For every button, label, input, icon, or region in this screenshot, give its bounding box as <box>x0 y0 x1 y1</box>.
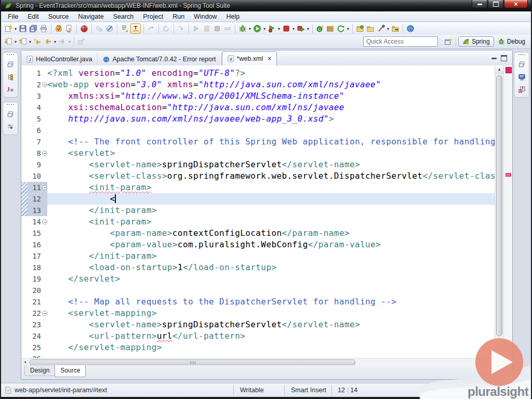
redo-icon[interactable] <box>162 24 171 33</box>
run-history-dropdown-icon[interactable]: ▾ <box>277 26 281 31</box>
forward-icon[interactable] <box>58 37 67 46</box>
fold-collapse-icon[interactable] <box>42 82 47 87</box>
build-jar-icon[interactable] <box>54 24 63 33</box>
open-perspective-icon[interactable] <box>444 37 453 46</box>
pullup-annotation-icon[interactable] <box>18 37 28 46</box>
terminate-icon[interactable] <box>212 24 222 33</box>
menu-help[interactable]: Help <box>222 12 245 21</box>
brush-icon[interactable] <box>376 24 385 33</box>
code-line-23[interactable]: 23 <servlet-name>springDispatcherServlet… <box>21 319 495 330</box>
error-overview-marker[interactable] <box>506 67 512 73</box>
code-line-26[interactable]: 26 <box>21 353 495 358</box>
code-line-22[interactable]: 22 <servlet-mapping> <box>21 308 495 319</box>
next-annotation-icon[interactable] <box>120 24 129 33</box>
last-edit-location-icon[interactable] <box>33 37 42 46</box>
code-line-5[interactable]: 5 http://java.sun.com/xml/ns/javaee/web-… <box>21 113 495 125</box>
run-dropdown-icon[interactable]: ▾ <box>262 26 267 31</box>
code-line-20[interactable]: 20 <box>21 285 495 296</box>
gears-icon[interactable] <box>95 24 104 33</box>
new-package-icon[interactable] <box>326 24 335 33</box>
menu-run[interactable]: Run <box>168 12 189 21</box>
code-line-12[interactable]: 12 < <box>21 193 495 205</box>
relaunch-icon[interactable] <box>296 24 305 33</box>
vertical-scroll-thumb[interactable] <box>496 75 502 336</box>
link-editor-icon[interactable] <box>77 37 86 46</box>
back-icon[interactable] <box>43 37 52 46</box>
web-browser-icon[interactable] <box>406 24 415 33</box>
menu-file[interactable]: File <box>3 12 23 21</box>
fold-collapse-icon[interactable] <box>42 219 47 224</box>
code-line-2[interactable]: 2<web-app version="3.0" xmlns="http://ja… <box>21 79 495 90</box>
disconnect-icon[interactable] <box>223 24 232 33</box>
back-dropdown-icon[interactable]: ▾ <box>53 39 57 44</box>
perspective-debug-button[interactable]: Debug <box>494 37 529 46</box>
menu-project[interactable]: Project <box>138 12 168 21</box>
error-line-marker[interactable] <box>506 173 511 177</box>
code-line-1[interactable]: 1<?xml version="1.0" encoding="UTF-8"?> <box>21 68 495 79</box>
drop-to-frame-icon[interactable] <box>177 24 186 33</box>
horizontal-scroll-thumb[interactable] <box>30 360 355 366</box>
fold-collapse-icon[interactable] <box>42 185 47 190</box>
refresh-dropdown-icon[interactable]: ▾ <box>346 26 350 31</box>
editor-maximize-icon[interactable] <box>501 55 507 61</box>
run-icon[interactable] <box>252 24 262 33</box>
horizontal-scrollbar[interactable]: ◂ <box>21 358 495 365</box>
code-viewport[interactable]: 1<?xml version="1.0" encoding="UTF-8"?>2… <box>21 65 495 358</box>
stop-icon[interactable] <box>282 24 291 33</box>
code-line-16[interactable]: 16 <param-value>com.pluralsight.WebConfi… <box>21 239 495 250</box>
menu-search[interactable]: Search <box>109 12 139 21</box>
overview-ruler[interactable] <box>503 65 512 358</box>
code-line-17[interactable]: 17 </init-param> <box>21 250 495 262</box>
code-line-24[interactable]: 24 <url-pattern>url</url-pattern> <box>21 330 495 342</box>
suspend-icon[interactable] <box>202 24 211 33</box>
run-history-icon[interactable] <box>267 24 276 33</box>
code-line-21[interactable]: 21 <!-- Map all requests to the Dispatch… <box>21 296 495 308</box>
new-dropdown-icon[interactable]: ▾ <box>14 26 18 31</box>
debug-icon[interactable] <box>238 24 247 33</box>
pulldown-annotation-icon[interactable] <box>4 37 13 46</box>
restore-views-icon-2[interactable] <box>6 110 15 119</box>
new-class-icon[interactable]: C <box>315 24 325 33</box>
new-wizard-icon[interactable] <box>4 24 13 33</box>
vertical-scrollbar[interactable]: ▲ <box>495 65 503 358</box>
menu-window[interactable]: Window <box>189 12 221 21</box>
fold-collapse-icon[interactable] <box>42 151 47 156</box>
perspective-spring-button[interactable]: Spring <box>458 36 494 47</box>
save-all-icon[interactable] <box>29 24 38 33</box>
package-explorer-icon[interactable] <box>6 72 15 82</box>
import-folder-icon[interactable] <box>355 24 365 33</box>
code-line-11[interactable]: 11 <init-param> <box>21 182 495 193</box>
skip-breakpoints-icon[interactable] <box>105 24 114 33</box>
window-close-button[interactable]: × <box>504 0 528 8</box>
code-line-14[interactable]: 14 <init-param> <box>21 216 495 228</box>
code-line-6[interactable]: 6 <box>21 125 495 136</box>
export-folder-icon[interactable] <box>391 24 400 33</box>
undo-icon[interactable] <box>147 24 156 33</box>
brush-dropdown-icon[interactable]: ▾ <box>386 26 390 31</box>
tab-tomcat-error-report[interactable]: Apache Tomcat/7.0.42 - Error report <box>98 53 221 65</box>
pulldown-dropdown-icon[interactable]: ▾ <box>14 39 18 44</box>
fold-collapse-icon[interactable] <box>42 311 47 316</box>
restore-views-icon-3[interactable] <box>517 60 526 69</box>
menu-edit[interactable]: Edit <box>23 12 44 21</box>
tab-source[interactable]: Source <box>55 365 86 377</box>
code-line-7[interactable]: 7 <!-- The front controller of this Spri… <box>21 136 495 148</box>
restore-views-icon[interactable] <box>6 60 15 69</box>
code-line-9[interactable]: 9 <servlet-name>springDispatcherServlet<… <box>21 159 495 170</box>
code-line-10[interactable]: 10 <servlet-class>org.springframework.we… <box>21 170 495 182</box>
code-line-13[interactable]: 13 </init-param> <box>21 205 495 216</box>
menu-source[interactable]: Source <box>44 12 74 21</box>
code-line-8[interactable]: 8 <servlet> <box>21 148 495 159</box>
code-line-3[interactable]: 3 xmlns:xsi="http://www.w3.org/2001/XMLS… <box>21 90 495 102</box>
pullup-dropdown-icon[interactable]: ▾ <box>28 39 32 44</box>
code-line-18[interactable]: 18 <load-on-startup>1</load-on-startup> <box>21 262 495 273</box>
mark-occurrences-icon[interactable] <box>130 23 141 34</box>
sync-file-icon[interactable] <box>64 24 74 33</box>
debug-dropdown-icon[interactable]: ▾ <box>248 26 252 31</box>
scroll-up-icon[interactable]: ▲ <box>495 65 503 74</box>
junit-icon[interactable]: Ju <box>6 85 15 94</box>
print-icon[interactable] <box>39 24 48 33</box>
properties-view-icon[interactable] <box>6 122 15 131</box>
window-maximize-button[interactable] <box>488 0 503 8</box>
save-icon[interactable] <box>18 24 28 33</box>
